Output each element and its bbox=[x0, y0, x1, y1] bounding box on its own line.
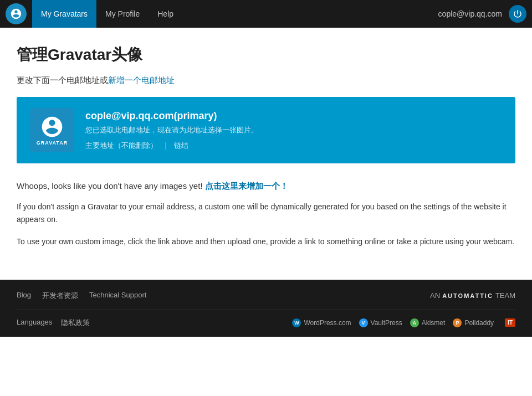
footer-links: Blog 开发者资源 Technical Support bbox=[17, 291, 146, 301]
subtitle: 更改下面一个电邮地址或新增一个电邮地址 bbox=[17, 75, 515, 86]
footer: Blog 开发者资源 Technical Support AN AUTOMATT… bbox=[0, 280, 532, 337]
info-section: Whoops, looks like you don't have any im… bbox=[17, 180, 515, 249]
headline-text: Whoops, looks like you don't have any im… bbox=[17, 181, 203, 191]
footer-top: Blog 开发者资源 Technical Support AN AUTOMATT… bbox=[17, 291, 515, 301]
polldaddy-icon: P bbox=[453, 318, 462, 327]
footer-brand: AN AUTOMATTIC TEAM bbox=[430, 291, 515, 300]
vaultpress-icon: V bbox=[359, 318, 368, 327]
footer-bottom-links: Languages 隐私政策 bbox=[17, 318, 90, 328]
navbar: My Gravatars My Profile Help cople@vip.q… bbox=[0, 0, 532, 28]
nav-my-gravatars[interactable]: My Gravatars bbox=[32, 0, 96, 28]
brand-prefix: AN bbox=[430, 291, 440, 300]
action-separator: ｜ bbox=[162, 141, 170, 151]
gravatar-avatar: GRAVATAR bbox=[30, 108, 74, 152]
automattic-name: AUTOMATTIC bbox=[442, 292, 493, 299]
email-card: GRAVATAR cople@vip.qq.com(primary) 您已选取此… bbox=[17, 97, 515, 163]
info-para2: To use your own custom image, click the … bbox=[17, 235, 515, 249]
vaultpress-label: VaultPress bbox=[371, 319, 402, 327]
akismet-label: Akismet bbox=[422, 319, 446, 327]
chain-link[interactable]: 链结 bbox=[174, 141, 188, 151]
polldaddy-label: Polldaddy bbox=[464, 319, 494, 327]
gravatar-logo[interactable] bbox=[6, 3, 27, 24]
footer-blog-link[interactable]: Blog bbox=[17, 291, 31, 301]
wordpress-icon: W bbox=[292, 318, 301, 327]
email-info: cople@vip.qq.com(primary) 您已选取此电邮地址，现在请为… bbox=[85, 110, 502, 151]
info-para1: If you don't assign a Gravatar to your e… bbox=[17, 200, 515, 227]
footer-bottom: Languages 隐私政策 W WordPress.com V VaultPr… bbox=[17, 310, 515, 328]
vaultpress-partner[interactable]: V VaultPress bbox=[359, 318, 402, 327]
nav-my-profile[interactable]: My Profile bbox=[96, 0, 149, 28]
footer-privacy-link[interactable]: 隐私政策 bbox=[61, 318, 90, 328]
polldaddy-partner[interactable]: P Polldaddy bbox=[453, 318, 494, 327]
brand-suffix: TEAM bbox=[495, 291, 515, 300]
info-headline: Whoops, looks like you don't have any im… bbox=[17, 180, 515, 193]
page-title: 管理Gravatar头像 bbox=[17, 44, 515, 65]
akismet-icon: A bbox=[410, 318, 419, 327]
akismet-partner[interactable]: A Akismet bbox=[410, 318, 446, 327]
add-email-link[interactable]: 新增一个电邮地址 bbox=[108, 75, 175, 85]
footer-languages-link[interactable]: Languages bbox=[17, 318, 52, 328]
gravatar-label: GRAVATAR bbox=[37, 140, 68, 146]
primary-label: 主要地址（不能删除） bbox=[85, 141, 157, 151]
user-email: cople@vip.qq.com bbox=[438, 9, 502, 18]
footer-dev-link[interactable]: 开发者资源 bbox=[42, 291, 78, 301]
wordpress-partner[interactable]: W WordPress.com bbox=[292, 318, 351, 327]
footer-partners: W WordPress.com V VaultPress A Akismet P… bbox=[292, 318, 515, 327]
main-content: 管理Gravatar头像 更改下面一个电邮地址或新增一个电邮地址 GRAVATA… bbox=[0, 28, 532, 280]
primary-email: cople@vip.qq.com(primary) bbox=[85, 110, 502, 122]
email-hint: 您已选取此电邮地址，现在请为此地址选择一张图片。 bbox=[85, 125, 502, 135]
logout-button[interactable] bbox=[509, 5, 526, 23]
email-actions: 主要地址（不能删除） ｜ 链结 bbox=[85, 141, 502, 151]
nav-links: My Gravatars My Profile Help bbox=[32, 0, 438, 28]
add-image-link[interactable]: 点击这里来增加一个！ bbox=[205, 181, 288, 191]
nav-help[interactable]: Help bbox=[149, 0, 182, 28]
subtitle-text: 更改下面一个电邮地址或 bbox=[17, 75, 108, 85]
it-badge: IT bbox=[505, 318, 515, 327]
wordpress-label: WordPress.com bbox=[304, 319, 351, 327]
footer-support-link[interactable]: Technical Support bbox=[89, 291, 146, 301]
